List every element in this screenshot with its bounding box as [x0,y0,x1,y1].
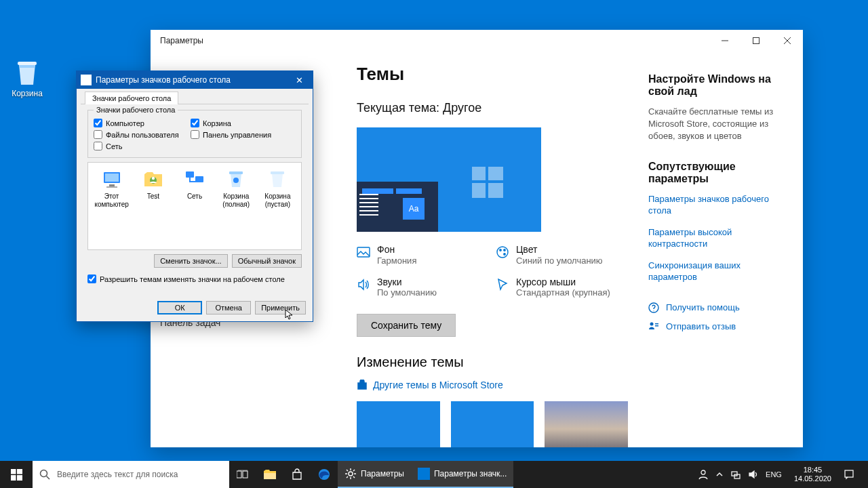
svg-rect-23 [229,171,243,174]
icon-preview-grid[interactable]: Этот компьютер Test Сеть Корзина (полная… [87,162,302,250]
apply-button[interactable]: Применить [255,301,306,314]
svg-point-37 [701,470,705,474]
picture-icon [357,245,370,259]
start-button[interactable] [0,461,33,488]
windows-logo-icon [11,469,22,481]
side-text-1: Скачайте бесплатные темы из Microsoft St… [648,106,784,143]
taskbar-explorer[interactable] [256,461,283,488]
icon-recycle-full[interactable]: Корзина (полная) [218,168,254,208]
cursor-icon [496,278,509,291]
dialog-close-button[interactable]: ✕ [290,73,309,87]
taskbar-task-dialog[interactable]: Параметры значк... [411,461,513,488]
close-button[interactable] [772,30,803,52]
checkbox-allow-themes[interactable]: Разрешить темам изменять значки на рабоч… [87,272,302,289]
gear-icon [344,468,357,480]
svg-rect-31 [237,471,241,478]
svg-rect-25 [271,171,284,174]
svg-point-8 [500,249,501,251]
taskbar-search[interactable]: Введите здесь текст для поиска [33,461,229,488]
tray-network-icon[interactable] [730,469,741,480]
theme-thumb[interactable] [357,401,440,447]
store-themes-link[interactable]: Другие темы в Microsoft Store [357,380,628,390]
link-sync-settings[interactable]: Синхронизация ваших параметров [648,260,784,283]
svg-point-12 [650,322,654,325]
dialog-tab[interactable]: Значки рабочего стола [85,92,178,104]
tray-notifications-icon[interactable] [844,469,854,480]
checkbox-computer[interactable]: Компьютер [94,117,191,129]
svg-rect-2 [472,167,486,180]
side-header-2: Сопутствующие параметры [648,161,784,185]
maximize-button[interactable] [741,30,772,52]
desktop-recycle-bin[interactable]: Корзина [7,58,47,98]
dialog-icon [418,468,430,480]
icon-network[interactable]: Сеть [176,168,212,201]
svg-rect-26 [11,469,16,474]
default-icon-button[interactable]: Обычный значок [232,254,302,268]
svg-point-20 [152,177,155,180]
svg-rect-29 [17,475,22,481]
tray-volume-icon[interactable] [748,469,759,480]
change-icon-button[interactable]: Сменить значок... [154,254,228,268]
svg-point-24 [233,178,239,183]
checkbox-recycle[interactable]: Корзина [191,117,288,129]
window-titlebar[interactable]: Параметры [151,30,803,52]
taskbar: Введите здесь текст для поиска Параметры… [0,461,868,488]
feedback-link[interactable]: Отправить отзыв [648,321,784,332]
svg-rect-0 [18,62,37,65]
tray-language[interactable]: ENG [766,470,782,479]
windows-logo-icon [472,167,503,198]
recycle-bin-icon [15,58,39,87]
checkbox-userfiles[interactable]: Файлы пользователя [94,129,191,140]
icon-recycle-empty[interactable]: Корзина (пустая) [260,168,296,208]
checkbox-network[interactable]: Сеть [94,140,191,152]
feedback-icon [648,321,659,332]
theme-prop-color[interactable]: ЦветСиний по умолчанию [496,244,628,267]
svg-rect-6 [357,247,370,257]
checkbox-cpanel[interactable]: Панель управления [191,129,288,140]
svg-rect-21 [186,171,194,178]
icon-user-files[interactable]: Test [135,168,171,201]
tray-chevron-up-icon[interactable] [715,470,724,479]
taskbar-task-settings[interactable]: Параметры [338,461,411,488]
ok-button[interactable]: ОК [157,301,202,314]
save-theme-button[interactable]: Сохранить тему [357,314,456,337]
palette-icon [496,245,509,259]
svg-rect-14 [655,325,658,327]
svg-point-7 [497,247,508,258]
theme-prop-background[interactable]: ФонГармония [357,244,489,267]
theme-thumb[interactable] [451,401,534,447]
tray-clock[interactable]: 18:45 14.05.2020 [789,466,837,483]
page-title: Темы [357,64,628,85]
svg-rect-18 [106,186,117,188]
taskbar-store[interactable] [283,461,311,488]
change-theme-header: Изменение темы [357,354,628,370]
svg-point-36 [349,472,353,476]
svg-point-9 [504,249,505,251]
link-high-contrast[interactable]: Параметры высокой контрастности [648,226,784,250]
dialog-titlebar[interactable]: Параметры значков рабочего стола ✕ [77,71,313,89]
icon-this-pc[interactable]: Этот компьютер [94,168,130,208]
svg-point-10 [504,253,505,255]
svg-rect-34 [264,473,276,479]
taskbar-edge[interactable] [311,461,338,488]
svg-rect-28 [11,475,16,481]
svg-rect-1 [753,38,760,44]
theme-prop-sounds[interactable]: ЗвукиПо умолчанию [357,277,489,300]
link-desktop-icons[interactable]: Параметры значков рабочего стола [648,193,784,217]
theme-thumb[interactable] [545,401,628,447]
svg-rect-17 [109,184,115,186]
dialog-title: Параметры значков рабочего стола [96,75,231,85]
cancel-button[interactable]: Отмена [206,301,251,314]
minimize-button[interactable] [709,30,741,52]
task-view-button[interactable] [229,461,256,488]
svg-rect-33 [238,470,248,471]
desktop-icon-label: Корзина [7,89,47,98]
get-help-link[interactable]: Получить помощь [648,302,784,313]
window-title: Параметры [160,36,203,45]
show-desktop-button[interactable] [861,461,865,488]
theme-preview[interactable]: Aa [357,127,541,232]
side-header-1: Настройте Windows на свой лад [648,73,784,98]
tray-people-icon[interactable] [698,469,709,480]
search-placeholder: Введите здесь текст для поиска [57,470,178,479]
theme-prop-cursor[interactable]: Курсор мышиСтандартная (крупная) [496,277,628,300]
